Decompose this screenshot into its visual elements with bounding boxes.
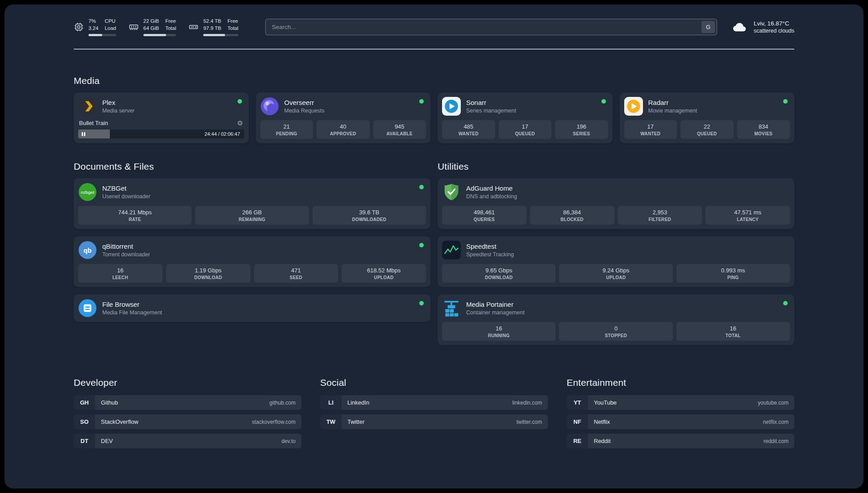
service-subtitle: Media server — [102, 108, 134, 114]
bookmark-domain: reddit.com — [764, 438, 789, 444]
service-subtitle: Movie management — [648, 108, 697, 114]
pause-icon[interactable] — [82, 130, 85, 138]
stat-value: 47.571 ms — [707, 209, 788, 216]
bookmark-dev[interactable]: DT DEV dev.to — [74, 434, 301, 448]
overseerr-icon — [260, 97, 279, 116]
stat-box: 47.571 ms LATENCY — [705, 206, 790, 225]
bookmark-name: Twitter — [347, 418, 364, 425]
service-title: Plex — [102, 99, 134, 106]
bookmark-domain: dev.to — [281, 438, 296, 444]
stat-value: 471 — [256, 267, 337, 274]
service-card-filebrowser[interactable]: File Browser Media File Management — [74, 294, 430, 322]
disk-total-value: 97.9 TB — [203, 25, 221, 32]
stat-label: TOTAL — [678, 333, 788, 338]
service-card-speedtest[interactable]: Speedtest Speedtest Tracking 9.65 Gbps D… — [438, 236, 794, 287]
stat-box: 17 QUEUED — [499, 120, 552, 139]
weather-condition: scattered clouds — [754, 28, 794, 34]
service-card-qbittorrent[interactable]: qb qBittorrent Torrent downloader 16 — [74, 236, 430, 287]
service-card-overseerr[interactable]: Overseerr Media Requests 21 PENDING 40 — [256, 92, 431, 143]
stat-value: 1.19 Gbps — [168, 267, 249, 274]
service-card-adguard[interactable]: AdGuard Home DNS and adblocking 498,461 … — [438, 178, 794, 229]
search-input[interactable] — [265, 19, 717, 35]
stat-box: 17 WANTED — [624, 120, 677, 139]
service-title: AdGuard Home — [466, 184, 517, 192]
stat-label: PING — [678, 275, 788, 280]
bookmark-reddit[interactable]: RE Reddit reddit.com — [567, 434, 794, 448]
bookmark-abbr: SO — [74, 414, 95, 429]
stat-box: 945 AVAILABLE — [373, 120, 426, 139]
stat-label: SERIES — [557, 131, 606, 136]
bookmark-name: DEV — [101, 438, 113, 444]
stat-label: LATENCY — [707, 217, 788, 222]
stat-label: UPLOAD — [561, 275, 671, 280]
stat-value: 196 — [557, 123, 606, 130]
section-title-entertainment: Entertainment — [567, 377, 794, 388]
bookmark-domain: twitter.com — [517, 419, 542, 425]
bookmark-github[interactable]: GH Github github.com — [74, 395, 301, 410]
stat-value: 16 — [444, 325, 554, 332]
bookmark-domain: youtube.com — [758, 400, 789, 406]
service-card-radarr[interactable]: Radarr Movie management 17 WANTED 22 — [620, 92, 795, 143]
stat-value: 0 — [561, 325, 671, 332]
stat-box: 2,953 FILTERED — [618, 206, 702, 225]
svg-text:nzbget: nzbget — [81, 190, 94, 195]
bookmark-abbr: DT — [74, 434, 95, 448]
disk-total-label: Total — [228, 25, 238, 32]
stat-label: UPLOAD — [343, 275, 424, 280]
stat-box: 16 TOTAL — [676, 322, 790, 341]
bookmark-abbr: RE — [567, 434, 588, 448]
bookmark-netflix[interactable]: NF Netflix netflix.com — [567, 414, 794, 429]
bookmark-name: YouTube — [594, 399, 617, 406]
service-subtitle: DNS and adblocking — [466, 193, 517, 200]
service-title: Sonarr — [466, 99, 516, 106]
bookmark-twitter[interactable]: TW Twitter twitter.com — [320, 414, 548, 429]
status-dot — [601, 99, 606, 104]
section-title-developer: Developer — [74, 377, 301, 388]
bookmark-abbr: NF — [567, 414, 588, 429]
top-bar: 7% 3.24 CPU Load — [74, 18, 794, 36]
bookmark-name: Reddit — [594, 438, 611, 444]
search-provider-button[interactable]: G — [701, 21, 715, 33]
adguard-icon — [442, 183, 461, 201]
service-card-portainer[interactable]: Media Portainer Container management 16 … — [438, 294, 794, 345]
service-card-sonarr[interactable]: Sonarr Series management 485 WANTED 17 — [438, 92, 613, 143]
bookmark-domain: linkedin.com — [512, 400, 542, 406]
stat-box: 498,461 QUERIES — [442, 206, 526, 225]
service-title: Speedtest — [466, 242, 514, 250]
stat-label: PENDING — [262, 131, 312, 136]
disk-usage-bar — [203, 34, 238, 36]
stat-box: 9.24 Gbps UPLOAD — [559, 264, 672, 283]
stat-box: 834 MOVIES — [737, 120, 790, 139]
stat-label: FILTERED — [620, 217, 701, 222]
bookmark-stackoverflow[interactable]: SO StackOverflow stackoverflow.com — [74, 414, 301, 429]
stat-value: 16 — [80, 267, 161, 274]
stat-label: WANTED — [626, 131, 676, 136]
player-progress-bar[interactable]: 24:44 / 02:06:47 — [78, 130, 244, 138]
filebrowser-icon — [78, 299, 97, 318]
bookmark-domain: stackoverflow.com — [252, 419, 296, 425]
stat-value: 498,461 — [444, 209, 525, 216]
stat-value: 945 — [375, 123, 425, 130]
bookmark-domain: github.com — [269, 400, 296, 406]
stat-box: 86,384 BLOCKED — [530, 206, 614, 225]
section-title-social: Social — [320, 377, 548, 388]
bookmark-name: LinkedIn — [347, 399, 369, 406]
stat-label: QUEUED — [501, 131, 550, 136]
stat-box: 618.52 Mbps UPLOAD — [342, 264, 426, 283]
stat-box: 266 GB REMAINING — [195, 206, 309, 225]
service-subtitle: Media Requests — [284, 108, 325, 114]
weather-location: Lviv, 16.87°C — [754, 20, 794, 27]
service-card-nzbget[interactable]: nzbget NZBGet Usenet downloader 744. — [74, 178, 430, 229]
media-section: Media Plex Media server — [74, 75, 794, 143]
utilities-section: Utilities AdGuard Home DNS and adblockin… — [438, 161, 794, 345]
bookmark-linkedin[interactable]: LI LinkedIn linkedin.com — [320, 395, 548, 410]
stat-label: DOWNLOAD — [444, 275, 554, 280]
bookmark-abbr: GH — [74, 395, 95, 410]
cpu-percent: 7% — [88, 18, 98, 25]
memory-icon — [129, 22, 139, 32]
stat-box: 1.19 Gbps DOWNLOAD — [166, 264, 250, 283]
service-card-plex[interactable]: Plex Media server Bullet Train ⚙ 24:44 / — [74, 92, 249, 143]
settings-gear-icon[interactable]: ⚙ — [237, 120, 243, 126]
bookmark-youtube[interactable]: YT YouTube youtube.com — [567, 395, 794, 410]
stat-value: 39.6 TB — [314, 209, 424, 216]
